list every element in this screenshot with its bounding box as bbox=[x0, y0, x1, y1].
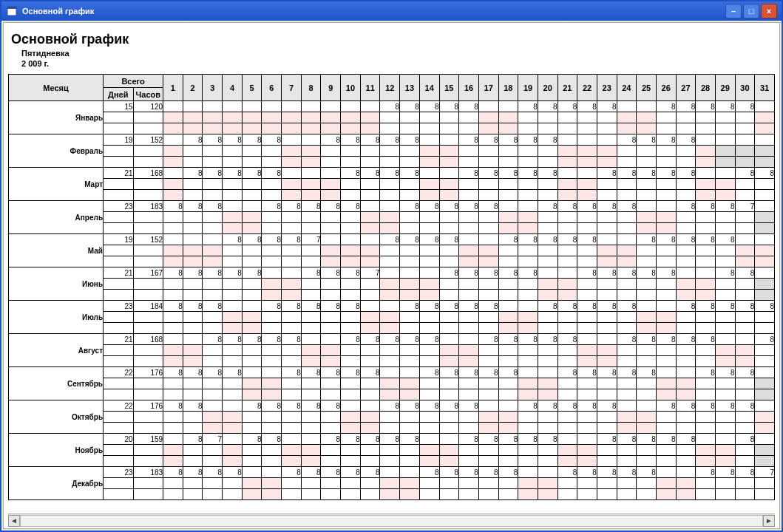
cell-11-9-r2[interactable] bbox=[321, 445, 341, 456]
cell-6-16-r3[interactable] bbox=[459, 290, 479, 301]
cell-1-1-r2[interactable] bbox=[163, 112, 183, 123]
cell-2-3-r3[interactable] bbox=[203, 157, 223, 168]
cell-3-28-r2[interactable] bbox=[696, 179, 716, 190]
cell-6-30[interactable]: 8 bbox=[735, 267, 755, 279]
cell-5-11[interactable] bbox=[360, 234, 380, 245]
cell-1-30-r2[interactable] bbox=[735, 112, 755, 123]
cell-7-4-r3[interactable] bbox=[223, 323, 243, 334]
cell-9-30-r3[interactable] bbox=[735, 389, 755, 400]
cell-5-19-r2[interactable] bbox=[518, 245, 538, 256]
cell-3-15-r2[interactable] bbox=[439, 179, 459, 190]
cell-12-20-r2[interactable] bbox=[538, 478, 557, 489]
cell-7-26-r3[interactable] bbox=[656, 323, 676, 334]
cell-5-28-r3[interactable] bbox=[696, 256, 716, 267]
cell-10-30[interactable]: 8 bbox=[735, 400, 755, 412]
cell-9-3[interactable]: 8 bbox=[203, 367, 223, 378]
cell-3-8[interactable] bbox=[301, 168, 321, 179]
cell-12-30[interactable]: 8 bbox=[735, 467, 755, 478]
cell-2-18-r3[interactable] bbox=[498, 157, 518, 168]
cell-4-6-r3[interactable] bbox=[262, 223, 282, 234]
cell-2-14-r2[interactable] bbox=[419, 146, 439, 157]
cell-6-10-r2[interactable] bbox=[341, 279, 361, 290]
cell-8-17-r3[interactable] bbox=[478, 356, 498, 367]
cell-12-25-r2[interactable] bbox=[637, 478, 657, 489]
cell-7-16-r2[interactable] bbox=[459, 312, 479, 323]
cell-1-25-r3[interactable] bbox=[637, 123, 657, 134]
cell-5-16-r2[interactable] bbox=[459, 245, 479, 256]
cell-11-24-r2[interactable] bbox=[617, 445, 637, 456]
cell-6-27-r3[interactable] bbox=[676, 290, 696, 301]
cell-8-11[interactable]: 8 bbox=[360, 334, 380, 345]
cell-8-5-r3[interactable] bbox=[242, 356, 262, 367]
cell-7-15[interactable]: 8 bbox=[439, 301, 459, 312]
cell-9-7-r2[interactable] bbox=[282, 378, 302, 389]
cell-9-27-r3[interactable] bbox=[676, 389, 696, 400]
cell-12-18[interactable]: 8 bbox=[498, 467, 518, 478]
cell-10-30-r2[interactable] bbox=[735, 412, 755, 423]
cell-7-29-r2[interactable] bbox=[715, 312, 735, 323]
cell-11-2-r3[interactable] bbox=[183, 456, 203, 467]
cell-11-20-r2[interactable] bbox=[538, 445, 557, 456]
cell-3-31-r3[interactable] bbox=[755, 190, 775, 201]
cell-7-31-r2[interactable] bbox=[755, 312, 775, 323]
cell-6-8-r2[interactable] bbox=[301, 279, 321, 290]
cell-2-18[interactable]: 8 bbox=[498, 134, 518, 146]
cell-4-20[interactable]: 8 bbox=[538, 201, 557, 212]
cell-5-1-r2[interactable] bbox=[163, 245, 183, 256]
cell-9-31-r2[interactable] bbox=[755, 378, 775, 389]
cell-4-13-r3[interactable] bbox=[400, 223, 420, 234]
cell-7-13-r3[interactable] bbox=[400, 323, 420, 334]
cell-10-27-r3[interactable] bbox=[676, 423, 696, 434]
cell-11-31[interactable] bbox=[755, 434, 775, 445]
cell-6-11[interactable]: 7 bbox=[360, 267, 380, 279]
cell-4-6[interactable]: 8 bbox=[262, 201, 282, 212]
cell-6-6-r3[interactable] bbox=[262, 290, 282, 301]
cell-12-13-r2[interactable] bbox=[400, 478, 420, 489]
cell-10-3-r2[interactable] bbox=[203, 412, 223, 423]
cell-3-6[interactable]: 8 bbox=[262, 168, 282, 179]
cell-7-19-r3[interactable] bbox=[518, 323, 538, 334]
cell-9-12[interactable] bbox=[380, 367, 400, 378]
cell-6-17-r2[interactable] bbox=[478, 279, 498, 290]
cell-8-28[interactable]: 8 bbox=[696, 334, 716, 345]
cell-2-22-r2[interactable] bbox=[577, 146, 597, 157]
cell-3-22[interactable] bbox=[577, 168, 597, 179]
cell-1-2-r2[interactable] bbox=[183, 112, 203, 123]
cell-6-31[interactable] bbox=[755, 267, 775, 279]
cell-5-5-r2[interactable] bbox=[242, 245, 262, 256]
cell-9-22-r3[interactable] bbox=[577, 389, 597, 400]
cell-12-8-r3[interactable] bbox=[301, 489, 321, 500]
cell-8-25-r3[interactable] bbox=[637, 356, 657, 367]
cell-7-6[interactable]: 8 bbox=[262, 301, 282, 312]
cell-12-28-r3[interactable] bbox=[696, 489, 716, 500]
cell-2-7-r3[interactable] bbox=[282, 157, 302, 168]
cell-6-25[interactable]: 8 bbox=[637, 267, 657, 279]
cell-2-11-r2[interactable] bbox=[360, 146, 380, 157]
cell-1-29-r2[interactable] bbox=[715, 112, 735, 123]
cell-12-6[interactable] bbox=[262, 467, 282, 478]
cell-3-15[interactable] bbox=[439, 168, 459, 179]
cell-9-10[interactable]: 8 bbox=[341, 367, 361, 378]
cell-1-6-r2[interactable] bbox=[262, 112, 282, 123]
cell-9-10-r3[interactable] bbox=[341, 389, 361, 400]
cell-1-18-r3[interactable] bbox=[498, 123, 518, 134]
cell-8-4[interactable]: 8 bbox=[223, 334, 243, 345]
cell-4-21-r3[interactable] bbox=[557, 223, 577, 234]
cell-10-28-r2[interactable] bbox=[696, 412, 716, 423]
cell-2-27-r2[interactable] bbox=[676, 146, 696, 157]
cell-10-22-r2[interactable] bbox=[577, 412, 597, 423]
cell-12-4-r3[interactable] bbox=[223, 489, 243, 500]
cell-12-29[interactable]: 8 bbox=[715, 467, 735, 478]
cell-10-16-r2[interactable] bbox=[459, 412, 479, 423]
cell-7-8-r3[interactable] bbox=[301, 323, 321, 334]
cell-5-30-r3[interactable] bbox=[735, 256, 755, 267]
cell-5-14[interactable]: 8 bbox=[419, 234, 439, 245]
cell-1-1[interactable] bbox=[163, 101, 183, 112]
cell-11-14-r2[interactable] bbox=[419, 445, 439, 456]
cell-6-23[interactable]: 8 bbox=[597, 267, 617, 279]
cell-1-13-r3[interactable] bbox=[400, 123, 420, 134]
cell-11-25-r3[interactable] bbox=[637, 456, 657, 467]
cell-12-8[interactable]: 8 bbox=[301, 467, 321, 478]
cell-6-29-r2[interactable] bbox=[715, 279, 735, 290]
cell-7-9[interactable]: 8 bbox=[321, 301, 341, 312]
